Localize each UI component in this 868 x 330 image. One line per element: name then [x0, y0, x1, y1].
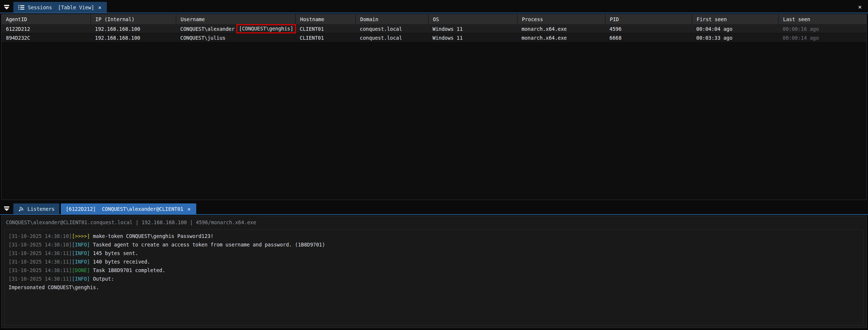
cell-username: CONQUEST\julius	[176, 35, 295, 41]
panel-close-icon[interactable]: ✕	[855, 3, 864, 11]
bottom-tab-bar: Listeners [6122D212] CONQUEST\alexander@…	[0, 201, 868, 215]
cell-os: Windows 11	[428, 35, 517, 41]
log-message: 145 bytes sent.	[93, 250, 138, 256]
console-line: Impersonated CONQUEST\genghis.	[9, 283, 859, 292]
column-header-os: OS	[428, 14, 517, 24]
log-tag-done: [DONE]	[72, 267, 90, 273]
console-line: [31-10-2025 14:38:11][INFO]145 bytes sen…	[9, 249, 859, 258]
cell-domain: conquest.local	[355, 35, 428, 41]
cell-first-seen: 00:04:04 ago	[692, 26, 778, 32]
sessions-table-header: AgentID IP (Internal) Username Hostname …	[1, 14, 867, 24]
log-message: Tasked agent to create an access token f…	[93, 242, 325, 248]
cell-username: CONQUEST\alexander [CONQUEST\genghis]	[176, 24, 295, 33]
username-text: CONQUEST\alexander	[180, 26, 234, 32]
log-timestamp: [31-10-2025 14:38:11]	[9, 276, 72, 282]
column-header-pid: PID	[605, 14, 692, 24]
log-timestamp: [31-10-2025 14:38:10]	[9, 242, 72, 248]
tab-listeners-label: Listeners	[27, 206, 55, 212]
console-line: [31-10-2025 14:38:10][>>>>]make-token CO…	[9, 232, 859, 241]
column-header-hostname: Hostname	[295, 14, 355, 24]
log-timestamp: [31-10-2025 14:38:11]	[9, 259, 72, 265]
console-log-output[interactable]: [31-10-2025 14:38:10][>>>>]make-token CO…	[4, 229, 864, 326]
tab-session-console[interactable]: [6122D212] CONQUEST\alexander@CLIENT01 ✕	[61, 203, 196, 214]
log-timestamp: [31-10-2025 14:38:11]	[9, 250, 72, 256]
tab-sessions-label: Sessions [Table View]	[28, 4, 94, 10]
column-header-first-seen: First seen	[692, 14, 778, 24]
sessions-table-panel: AgentID IP (Internal) Username Hostname …	[1, 14, 867, 200]
log-tag-info: [INFO]	[72, 242, 90, 248]
console-line: [31-10-2025 14:38:10][INFO]Tasked agent …	[9, 241, 859, 249]
session-row-6122D212[interactable]: 6122D212 192.168.168.100 CONQUEST\alexan…	[1, 24, 867, 33]
column-header-process: Process	[517, 14, 605, 24]
console-session-header: CONQUEST\alexander@CLIENT01.conquest.loc…	[1, 216, 867, 227]
cell-last-seen: 00:00:16 ago	[778, 26, 867, 32]
cell-os: Windows 11	[428, 26, 517, 32]
log-message: 140 bytes received.	[93, 259, 150, 265]
filter-icon[interactable]	[1, 2, 12, 12]
cell-agent-id: 894D232C	[1, 35, 91, 41]
log-message: make-token CONQUEST\genghis Password123!	[93, 233, 213, 239]
tab-listeners[interactable]: Listeners	[13, 203, 59, 214]
filter-icon[interactable]	[1, 203, 12, 214]
console-line: [31-10-2025 14:38:11][INFO]140 bytes rec…	[9, 258, 859, 266]
log-message: Output:	[93, 276, 114, 282]
cell-pid: 4596	[605, 26, 692, 32]
column-header-domain: Domain	[355, 14, 428, 24]
agent-console-panel: CONQUEST\alexander@CLIENT01.conquest.loc…	[1, 216, 867, 328]
console-line: [31-10-2025 14:38:11][DONE]Task 1B8D9701…	[9, 266, 859, 275]
cell-ip: 192.168.168.100	[91, 26, 176, 32]
column-header-username: Username	[176, 14, 295, 24]
broadcast-icon	[18, 206, 24, 212]
column-header-last-seen: Last seen	[778, 14, 867, 24]
log-output-text: Impersonated CONQUEST\genghis.	[9, 284, 99, 290]
cell-process: monarch.x64.exe	[517, 26, 605, 32]
tab-close-icon[interactable]: ✕	[187, 206, 191, 212]
tab-session-console-label: [6122D212] CONQUEST\alexander@CLIENT01	[66, 206, 183, 212]
cell-pid: 6668	[605, 35, 692, 41]
list-icon	[18, 5, 24, 10]
cell-domain: conquest.local	[355, 26, 428, 32]
column-header-ip: IP (Internal)	[91, 14, 176, 24]
log-timestamp: [31-10-2025 14:38:10]	[9, 233, 72, 239]
cell-hostname: CLIENT01	[295, 35, 355, 41]
log-tag-info: [INFO]	[72, 276, 90, 282]
tab-close-icon[interactable]: ✕	[98, 4, 102, 10]
tab-sessions-table-view[interactable]: Sessions [Table View] ✕	[13, 2, 107, 13]
column-header-agentid: AgentID	[1, 14, 91, 24]
cell-first-seen: 00:03:33 ago	[692, 35, 778, 41]
log-tag-info: [INFO]	[72, 259, 90, 265]
cell-last-seen: 00:00:14 ago	[778, 35, 867, 41]
cell-process: monarch.x64.exe	[517, 35, 605, 41]
impersonated-token-annotation: [CONQUEST\genghis]	[236, 24, 296, 33]
cell-hostname: CLIENT01	[295, 26, 355, 32]
session-row-894D232C[interactable]: 894D232C 192.168.168.100 CONQUEST\julius…	[1, 33, 867, 42]
cell-ip: 192.168.168.100	[91, 35, 176, 41]
console-line: [31-10-2025 14:38:11][INFO]Output:	[9, 275, 859, 283]
top-tab-bar: Sessions [Table View] ✕ ✕	[0, 0, 868, 13]
log-timestamp: [31-10-2025 14:38:11]	[9, 267, 72, 273]
cell-agent-id: 6122D212	[1, 26, 91, 32]
log-message: Task 1B8D9701 completed.	[93, 267, 165, 273]
log-tag-prompt: [>>>>]	[72, 233, 90, 239]
log-tag-info: [INFO]	[72, 250, 90, 256]
